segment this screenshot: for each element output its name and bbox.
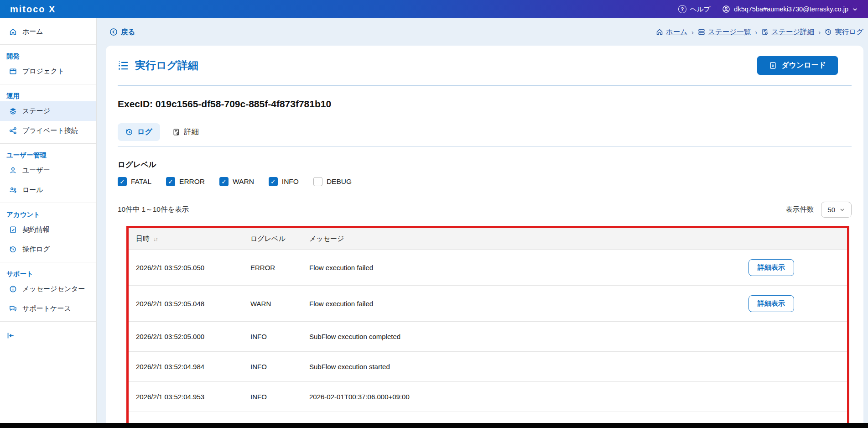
sidebar-item-user[interactable]: ユーザー — [0, 161, 96, 180]
sidebar-item-support-case[interactable]: サポートケース — [0, 299, 96, 318]
history-icon — [9, 245, 17, 253]
help-menu[interactable]: ? ヘルプ — [678, 5, 711, 14]
breadcrumb-home[interactable]: ホーム — [656, 27, 687, 37]
sidebar-item-role[interactable]: ロール — [0, 180, 96, 200]
checkbox-warn[interactable]: ✓ WARN — [219, 177, 254, 186]
cell-level: WARN — [243, 300, 302, 308]
page-size-value: 50 — [827, 206, 835, 214]
checkbox-label: ERROR — [179, 177, 205, 186]
sidebar-item-label: プロジェクト — [22, 67, 64, 76]
person-icon — [9, 167, 17, 174]
sidebar: ホーム 開発 プロジェクト 運用 ステージ — [0, 18, 97, 423]
chat-bubbles-icon — [9, 305, 17, 313]
people-gear-icon — [9, 186, 17, 194]
sidebar-item-operation-log[interactable]: 操作ログ — [0, 240, 96, 259]
info-circle-icon — [9, 285, 17, 293]
main-card: 実行ログ詳細 ダウンロード ExecID: 019c1565-df58-709c… — [106, 46, 863, 428]
divider — [0, 321, 96, 322]
share-network-icon — [9, 127, 17, 135]
checkbox-checked-icon: ✓ — [166, 177, 175, 186]
mitoco-logo: mitoco X — [10, 4, 56, 15]
sidebar-item-label: サポートケース — [22, 304, 71, 313]
tab-detail[interactable]: 詳細 — [165, 123, 207, 141]
column-header-message: メッセージ — [302, 235, 738, 243]
table-row: 2026/2/1 03:52:05.050 ERROR Flow executi… — [129, 249, 847, 285]
sidebar-item-label: ユーザー — [22, 166, 50, 175]
cell-datetime: 2026/2/1 03:52:05.000 — [129, 333, 243, 340]
sidebar-item-stage[interactable]: ステージ — [0, 101, 96, 121]
cell-message: Flow execution failed — [302, 300, 738, 308]
detail-button[interactable]: 詳細表示 — [748, 259, 794, 276]
sidebar-item-private-connection[interactable]: プライベート接続 — [0, 121, 96, 141]
cell-level: INFO — [243, 393, 302, 401]
page-size-label: 表示件数 — [785, 205, 814, 214]
checkbox-label: FATAL — [131, 177, 151, 186]
result-count-text: 10件中 1～10件を表示 — [118, 205, 189, 214]
cell-datetime: 2026/2/1 03:52:04.953 — [129, 393, 243, 401]
tab-log[interactable]: ログ — [118, 123, 160, 141]
checkbox-error[interactable]: ✓ ERROR — [166, 177, 205, 186]
column-header-datetime[interactable]: 日時↓↑ — [129, 235, 243, 243]
user-menu[interactable]: dk5q75ba#aumeki3730@terrasky.co.jp — [722, 5, 858, 13]
detail-button[interactable]: 詳細表示 — [748, 295, 794, 312]
table-row: 2026/2/1 03:52:05.048 WARN Flow executio… — [129, 285, 847, 321]
checkbox-fatal[interactable]: ✓ FATAL — [118, 177, 151, 186]
sidebar-collapse-button[interactable] — [0, 324, 96, 346]
checkbox-checked-icon: ✓ — [118, 177, 127, 186]
breadcrumb-separator: › — [755, 28, 757, 36]
sidebar-item-project[interactable]: プロジェクト — [0, 62, 96, 81]
table-row: 2026/2/1 03:52:04.953 INFO 2026-02-01T00… — [129, 381, 847, 412]
home-icon — [656, 28, 663, 36]
divider — [0, 143, 96, 144]
download-label: ダウンロード — [781, 61, 826, 70]
user-circle-icon — [722, 5, 730, 13]
sidebar-item-contract-info[interactable]: 契約情報 — [0, 220, 96, 240]
breadcrumb-execution-log: 実行ログ — [825, 27, 863, 37]
sort-arrows-icon[interactable]: ↓↑ — [153, 235, 157, 242]
collapse-left-icon — [6, 331, 15, 340]
cell-message: 2026-02-01T00:37:06.000+09:00 — [302, 393, 738, 401]
loglevel-filter: ✓ FATAL ✓ ERROR ✓ WARN ✓ INFO DEBUG — [118, 177, 852, 186]
cell-level: ERROR — [243, 264, 302, 271]
app-root: mitoco X ? ヘルプ dk5q75ba#aumeki3730@terra… — [0, 0, 868, 428]
page-title-text: 実行ログ詳細 — [135, 58, 198, 73]
layers-icon — [9, 107, 17, 115]
history-icon — [125, 128, 133, 136]
project-icon — [9, 68, 17, 75]
sidebar-section-support: サポート — [0, 265, 96, 279]
page-size-control: 表示件数 50 — [785, 202, 852, 218]
breadcrumb-label: ステージ詳細 — [771, 27, 814, 37]
document-info-icon — [761, 28, 769, 36]
checkbox-debug[interactable]: DEBUG — [313, 177, 352, 186]
help-label: ヘルプ — [690, 5, 711, 14]
page-size-select[interactable]: 50 — [821, 202, 852, 218]
home-icon — [9, 28, 17, 36]
tab-bar: ログ 詳細 — [118, 123, 852, 147]
checkbox-label: INFO — [282, 177, 299, 186]
document-info-icon — [172, 128, 180, 136]
top-header: mitoco X ? ヘルプ dk5q75ba#aumeki3730@terra… — [0, 0, 868, 18]
checkbox-label: WARN — [233, 177, 254, 186]
card-header: 実行ログ詳細 ダウンロード — [118, 46, 852, 86]
breadcrumb-separator: › — [691, 28, 694, 36]
tab-label: 詳細 — [184, 127, 199, 137]
sidebar-section-users: ユーザー管理 — [0, 146, 96, 161]
user-email: dk5q75ba#aumeki3730@terrasky.co.jp — [734, 5, 848, 13]
divider — [0, 44, 96, 45]
back-label: 戻る — [121, 27, 135, 37]
breadcrumb-stage-detail[interactable]: ステージ詳細 — [761, 27, 814, 37]
breadcrumb-label: ステージ一覧 — [708, 27, 751, 37]
sidebar-item-message-center[interactable]: メッセージセンター — [0, 279, 96, 299]
sidebar-item-label: ロール — [22, 186, 43, 194]
bottom-black-bar — [0, 423, 868, 428]
checkbox-info[interactable]: ✓ INFO — [269, 177, 299, 186]
back-link[interactable]: 戻る — [109, 27, 135, 37]
sidebar-item-home[interactable]: ホーム — [0, 22, 96, 42]
help-icon: ? — [678, 5, 686, 13]
download-button[interactable]: ダウンロード — [757, 56, 838, 75]
sidebar-section-ops: 運用 — [0, 87, 96, 101]
page-title: 実行ログ詳細 — [118, 58, 198, 73]
cell-level: INFO — [243, 333, 302, 340]
cell-message: Flow execution failed — [302, 264, 738, 271]
breadcrumb-stage-list[interactable]: ステージ一覧 — [698, 27, 751, 37]
